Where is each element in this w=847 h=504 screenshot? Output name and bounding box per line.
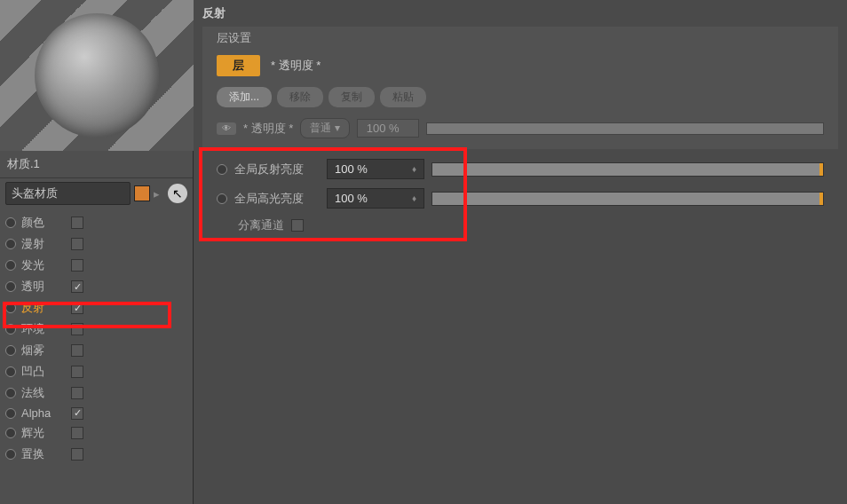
global-spec-input[interactable]: 100 % ♦ (327, 188, 424, 209)
channel-diffuse[interactable]: 漫射 (0, 233, 193, 255)
spinner-icon[interactable]: ♦ (412, 193, 416, 203)
channel-environment[interactable]: 环境 (0, 319, 193, 340)
copy-button[interactable]: 复制 (329, 87, 375, 107)
channel-checkbox[interactable] (71, 323, 83, 335)
channel-fog[interactable]: 烟雾 (0, 340, 193, 361)
tab-transparency[interactable]: * 透明度 * (265, 58, 326, 74)
radio-icon[interactable] (217, 193, 227, 204)
radio-icon[interactable] (5, 260, 16, 271)
channel-label: 发光 (21, 257, 66, 273)
channel-checkbox[interactable] (71, 217, 83, 229)
blend-mode-select[interactable]: 普通 ▾ (300, 118, 349, 138)
channel-luminance[interactable]: 发光 (0, 255, 193, 276)
channel-alpha[interactable]: Alpha (0, 404, 193, 422)
panel-title: 反射 (202, 5, 838, 21)
channel-color[interactable]: 颜色 (0, 212, 193, 233)
channel-label: 漫射 (21, 236, 66, 252)
channel-label: 法线 (21, 385, 66, 401)
channel-normal[interactable]: 法线 (0, 382, 193, 404)
radio-icon[interactable] (5, 428, 16, 438)
radio-icon[interactable] (5, 239, 16, 249)
channel-label: 置换 (21, 446, 66, 462)
channel-label: 透明 (21, 279, 66, 295)
channel-checkbox[interactable] (71, 427, 83, 439)
opacity-slider[interactable] (426, 122, 824, 135)
material-preview (0, 0, 194, 151)
radio-icon[interactable] (5, 217, 16, 228)
material-name[interactable]: 材质.1 (0, 151, 193, 178)
channel-label: 颜色 (21, 215, 66, 231)
global-reflect-input[interactable]: 100 % ♦ (327, 159, 424, 179)
radio-icon[interactable] (5, 366, 16, 377)
picker-icon[interactable]: ↖ (168, 184, 187, 203)
radio-icon[interactable] (5, 388, 16, 398)
chevron-right-icon[interactable]: ▸ (154, 187, 164, 201)
channel-label: 烟雾 (21, 343, 66, 358)
channel-checkbox[interactable] (71, 366, 83, 378)
channel-checkbox[interactable] (71, 302, 83, 314)
radio-icon[interactable] (5, 303, 16, 313)
radio-icon[interactable] (5, 345, 16, 356)
paste-button[interactable]: 粘贴 (380, 87, 426, 107)
channel-label: 反射 (21, 300, 66, 316)
tab-layer[interactable]: 层 (217, 55, 260, 76)
radio-icon[interactable] (5, 281, 16, 292)
spinner-icon[interactable]: ♦ (412, 164, 416, 174)
material-type-dropdown[interactable]: 头盔材质 (5, 182, 131, 205)
channel-label: Alpha (21, 406, 66, 420)
channel-checkbox[interactable] (71, 344, 83, 357)
channel-bump[interactable]: 凹凸 (0, 361, 193, 382)
global-reflect-slider[interactable] (431, 162, 824, 177)
channel-transparency[interactable]: 透明 (0, 276, 193, 297)
channel-label: 辉光 (21, 425, 66, 441)
channel-displacement[interactable]: 置换 (0, 444, 193, 465)
channel-list: 颜色 漫射 发光 透明 反射 环境 烟雾 (0, 209, 193, 469)
opacity-value-field[interactable]: 100 % (357, 119, 419, 138)
separate-channel-row: 分离通道 (213, 213, 827, 238)
global-spec-slider[interactable] (431, 192, 824, 206)
channel-glow[interactable]: 辉光 (0, 422, 193, 444)
separate-checkbox[interactable] (291, 219, 304, 232)
channel-checkbox[interactable] (71, 448, 83, 461)
channel-label: 凹凸 (21, 364, 66, 380)
channel-checkbox[interactable] (71, 280, 83, 293)
separate-label: 分离通道 (238, 217, 284, 233)
radio-icon[interactable] (5, 324, 16, 335)
radio-icon[interactable] (5, 408, 16, 419)
global-reflect-label: 全局反射亮度 (234, 161, 320, 177)
opacity-label: * 透明度 * (243, 121, 293, 137)
radio-icon[interactable] (5, 449, 16, 460)
remove-button[interactable]: 移除 (277, 87, 323, 107)
channel-checkbox[interactable] (71, 387, 83, 399)
global-reflect-row: 全局反射亮度 100 % ♦ (213, 154, 827, 184)
radio-icon[interactable] (217, 164, 227, 175)
color-swatch[interactable] (134, 185, 150, 201)
add-button[interactable]: 添加... (217, 87, 272, 107)
section-header: 层设置 (202, 27, 838, 50)
eye-icon[interactable] (217, 122, 236, 135)
global-spec-label: 全局高光亮度 (234, 191, 320, 207)
channel-checkbox[interactable] (71, 259, 83, 272)
channel-reflection[interactable]: 反射 (0, 297, 193, 319)
preview-sphere (35, 13, 159, 138)
global-spec-row: 全局高光亮度 100 % ♦ (213, 184, 827, 213)
channel-checkbox[interactable] (71, 407, 83, 420)
channel-label: 环境 (21, 321, 66, 337)
channel-checkbox[interactable] (71, 238, 83, 250)
